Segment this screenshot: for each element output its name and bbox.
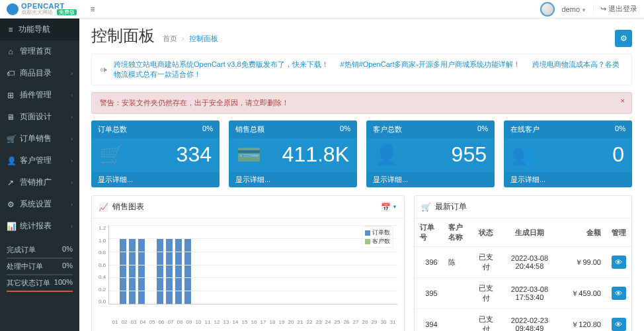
- gear-icon: ⚙: [620, 34, 627, 43]
- sidebar-item-2[interactable]: ⊞插件管理›: [0, 84, 79, 106]
- view-order-button[interactable]: 👁: [612, 256, 626, 269]
- sales-chart-panel: 📈 销售图表 📅▼ 1.21.00.80.60.40.20.0 订单数客户数 0…: [91, 195, 405, 331]
- status-row: 完成订单0%: [7, 242, 73, 258]
- stat-icon: 👤: [374, 143, 399, 166]
- chevron-right-icon: ›: [71, 223, 73, 230]
- sidebar-item-8[interactable]: 📊统计报表›: [0, 215, 79, 237]
- nav-icon: ⚙: [7, 200, 15, 209]
- sidebar-item-0[interactable]: ⌂管理首页: [0, 40, 79, 62]
- nav-icon: ⊞: [7, 91, 15, 100]
- warning-alert: 警告：安装文件夹仍然存在，出于安全原因，请立即删除！ ×: [91, 92, 632, 114]
- nav-icon: ⌂: [7, 47, 15, 56]
- orders-title: 最新订单: [435, 201, 467, 213]
- content: 控制面板 首页 › 控制面板 ⚙ 🕪 跨境独立站电商建站系统OpenCart v…: [79, 19, 644, 331]
- logo-mark-icon: [7, 3, 19, 15]
- chart-bar: [157, 238, 163, 304]
- notice-link[interactable]: #热销#OpenCart多商家-开源多用户商城系统功能详解！: [341, 60, 521, 68]
- bullhorn-icon: 🕪: [100, 66, 107, 73]
- chevron-right-icon: ›: [71, 114, 73, 120]
- stat-more-link[interactable]: 显示详细...: [229, 172, 357, 187]
- menu-toggle-icon[interactable]: ≡: [90, 5, 95, 14]
- sidebar-item-6[interactable]: ↗营销推广›: [0, 171, 79, 193]
- stat-icon: 💳: [237, 143, 261, 166]
- stat-card-2: 客户总数0% 👤955 显示详细...: [366, 120, 495, 187]
- chart-bar: [175, 238, 182, 304]
- chart-bar: [120, 238, 126, 304]
- nav-icon: 🛒: [7, 134, 15, 144]
- notice-link[interactable]: 跨境独立站电商建站系统OpenCart v3.8免费版发布了，快来下载！: [114, 60, 329, 68]
- nav-icon: ↗: [7, 178, 15, 187]
- chart-icon: 📈: [99, 203, 108, 212]
- chevron-right-icon: ›: [71, 136, 73, 142]
- chart-bar: [138, 238, 145, 304]
- chevron-right-icon: ›: [71, 201, 73, 208]
- stat-more-link[interactable]: 显示详细...: [504, 172, 632, 187]
- stat-icon: 🛒: [99, 143, 124, 166]
- stat-icon: 👥: [512, 143, 536, 166]
- sidebar-item-1[interactable]: 🏷商品目录›: [0, 62, 79, 84]
- logo[interactable]: OPENCART 成都光大网络 ·免费版: [7, 3, 83, 15]
- cart-icon: 🛒: [421, 203, 431, 212]
- chart-bar: [166, 238, 173, 304]
- sidebar: ≡功能导航 ⌂管理首页🏷商品目录›⊞插件管理›🖥页面设计›🛒订单销售›👤客户管理…: [0, 19, 79, 331]
- orders-table: 订单号客户名称状态生成日期金额管理 396 陈 已支付 2022-03-08 2…: [415, 218, 631, 331]
- nav-icon: 📊: [7, 222, 15, 231]
- col-header: 金额: [560, 218, 606, 247]
- col-header: 管理: [606, 218, 631, 247]
- breadcrumb-current[interactable]: 控制面板: [189, 34, 218, 42]
- chart-bar: [184, 238, 191, 304]
- col-header: 状态: [473, 218, 499, 247]
- nav-icon: 🏷: [7, 69, 15, 78]
- view-order-button[interactable]: 👁: [612, 318, 626, 331]
- top-header: OPENCART 成都光大网络 ·免费版 ≡ demo▼ ↪ 退出登录: [0, 0, 644, 19]
- notice-bar: 🕪 跨境独立站电商建站系统OpenCart v3.8免费版发布了，快来下载！#热…: [91, 54, 632, 85]
- avatar[interactable]: [540, 2, 555, 17]
- settings-button[interactable]: ⚙: [615, 30, 632, 47]
- nav-icon: 👤: [7, 156, 15, 166]
- status-row: 处理中订单0%: [7, 259, 73, 274]
- chevron-right-icon: ›: [71, 158, 73, 164]
- free-badge: 免费版: [57, 9, 77, 15]
- latest-orders-panel: 🛒 最新订单 订单号客户名称状态生成日期金额管理 396 陈 已支付 2022-…: [414, 195, 632, 331]
- sidebar-item-4[interactable]: 🛒订单销售›: [0, 128, 79, 150]
- stat-card-3: 在线客户0% 👥0 显示详细...: [504, 120, 632, 187]
- caret-down-icon: ▼: [392, 204, 397, 210]
- table-row: 395 已支付 2022-03-08 17:53:40 ￥459.00 👁: [415, 278, 631, 309]
- view-order-button[interactable]: 👁: [612, 287, 626, 300]
- stat-value: 955: [452, 142, 487, 167]
- stat-more-link[interactable]: 显示详细...: [366, 172, 495, 187]
- chevron-down-icon: ▼: [581, 7, 586, 13]
- stat-value: 411.8K: [282, 142, 349, 167]
- sidebar-item-7[interactable]: ⚙系统设置›: [0, 193, 79, 215]
- nav-title: ≡功能导航: [0, 19, 79, 40]
- chevron-right-icon: ›: [71, 179, 73, 186]
- nav-icon: 🖥: [7, 113, 15, 122]
- chevron-right-icon: ›: [71, 70, 73, 77]
- col-header: 客户名称: [443, 218, 473, 247]
- stat-card-1: 销售总额0% 💳411.8K 显示详细...: [229, 120, 357, 187]
- sales-chart: 1.21.00.80.60.40.20.0 订单数客户数: [99, 225, 397, 318]
- breadcrumb-home[interactable]: 首页: [163, 34, 177, 42]
- calendar-icon: 📅: [381, 203, 391, 212]
- breadcrumb: 首页 › 控制面板: [163, 34, 218, 44]
- chevron-right-icon: ›: [71, 92, 73, 99]
- chart-bar: [129, 238, 136, 304]
- sidebar-item-3[interactable]: 🖥页面设计›: [0, 106, 79, 128]
- table-row: 396 陈 已支付 2022-03-08 20:44:58 ￥99.00 👁: [415, 247, 631, 278]
- stat-more-link[interactable]: 显示详细...: [91, 172, 220, 187]
- chart-range-picker[interactable]: 📅▼: [381, 203, 397, 212]
- user-menu[interactable]: demo▼: [561, 5, 586, 13]
- table-row: 394 已支付 2022-02-23 09:48:49 ￥120.80 👁: [415, 309, 631, 332]
- sidebar-item-5[interactable]: 👤客户管理›: [0, 150, 79, 171]
- logout-button[interactable]: ↪ 退出登录: [593, 4, 637, 14]
- bars-icon: ≡: [7, 25, 15, 34]
- col-header: 订单号: [415, 218, 443, 247]
- stat-value: 334: [177, 142, 212, 167]
- col-header: 生成日期: [499, 218, 560, 247]
- status-row: 其它状态订单100%: [7, 275, 73, 291]
- chart-title: 销售图表: [112, 201, 144, 213]
- stat-card-0: 订单总数0% 🛒334 显示详细...: [91, 120, 220, 187]
- close-icon[interactable]: ×: [621, 97, 625, 105]
- page-title: 控制面板: [91, 25, 155, 46]
- stat-value: 0: [612, 142, 624, 167]
